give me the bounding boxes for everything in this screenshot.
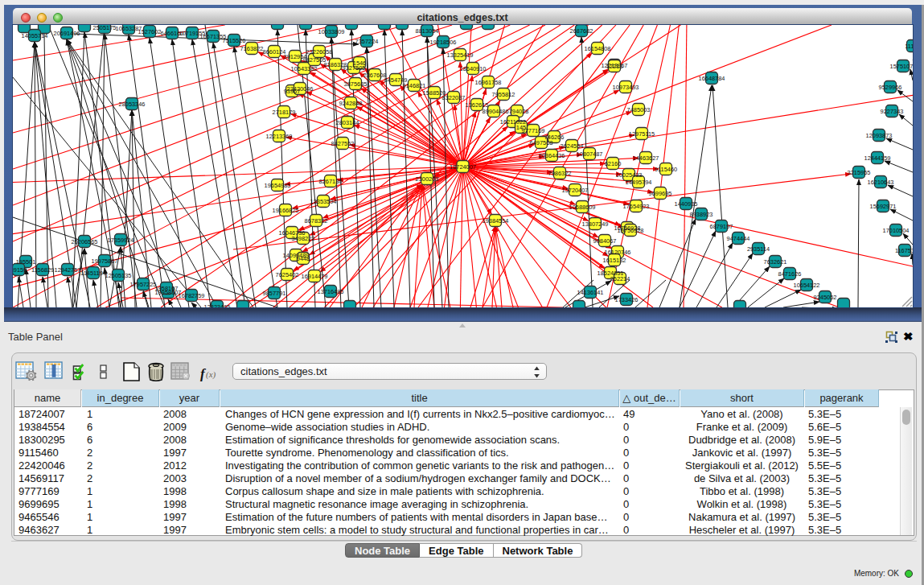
svg-text:6497568: 6497568 [530,139,553,146]
svg-text:15692971: 15692971 [870,203,897,210]
svg-text:9777169: 9777169 [522,127,545,134]
svg-text:12942757: 12942757 [55,266,81,274]
svg-text:9115460: 9115460 [655,166,677,173]
svg-text:3912954: 3912954 [284,53,307,60]
svg-text:19975867: 19975867 [92,257,118,265]
svg-text:16782759: 16782759 [179,292,205,299]
svg-text:9857791: 9857791 [263,290,286,297]
svg-text:9699695: 9699695 [649,190,672,197]
svg-text:20206565: 20206565 [72,238,98,245]
svg-text:12213: 12213 [606,63,623,70]
svg-text:7485003: 7485003 [627,106,651,113]
svg-text:1546: 1546 [353,60,366,67]
svg-text:17359924: 17359924 [108,237,134,244]
svg-text:12823465: 12823465 [204,303,231,308]
svg-text:23420046: 23420046 [287,85,314,93]
svg-text:8660124: 8660124 [263,48,286,56]
svg-text:116753: 116753 [895,247,913,254]
svg-text:6794028: 6794028 [506,108,529,115]
svg-text:62160: 62160 [605,160,622,167]
svg-text:8938923: 8938923 [690,211,713,218]
svg-text:9245052: 9245052 [814,294,837,301]
svg-text:9448: 9448 [297,255,310,262]
svg-text:252214: 252214 [610,275,630,282]
svg-text:3215955: 3215955 [848,169,871,176]
svg-text:(x): (x) [206,369,216,380]
svg-text:15751074: 15751074 [890,63,913,70]
svg-text:11451194: 11451194 [80,270,106,277]
svg-text:10033809: 10033809 [318,28,345,35]
svg-text:1527602: 1527602 [138,28,162,35]
svg-text:12093873: 12093873 [866,132,893,139]
svg-text:7163822: 7163822 [240,45,264,52]
svg-text:9242848: 9242848 [339,100,363,107]
svg-text:10688609: 10688609 [569,204,596,211]
svg-text:17010504: 17010504 [883,227,910,234]
svg-text:10025433: 10025433 [616,171,643,179]
svg-text:195501: 195501 [16,258,36,266]
svg-text:12353594: 12353594 [310,198,337,205]
svg-text:1733426: 1733426 [615,296,639,303]
svg-text:12444159: 12444159 [864,154,891,162]
svg-text:19756928: 19756928 [618,227,644,234]
svg-text:2687682: 2687682 [570,27,593,35]
svg-text:16961758: 16961758 [475,79,502,86]
svg-text:8471626: 8471626 [778,270,802,278]
svg-text:16914479: 16914479 [302,273,328,280]
svg-text:7632621: 7632621 [764,258,787,266]
svg-text:16154808: 16154808 [585,45,611,52]
svg-text:19166825: 19166825 [273,207,299,214]
svg-text:10973493: 10973493 [613,84,639,91]
svg-text:16120746: 16120746 [605,249,631,256]
svg-text:8990448: 8990448 [483,108,506,115]
svg-text:13807249: 13807249 [582,220,609,228]
svg-text:3498222: 3498222 [292,235,315,242]
svg-text:12975115: 12975115 [629,130,655,138]
svg-text:2803144: 2803144 [336,119,359,126]
svg-text:8678332: 8678332 [305,217,328,225]
svg-text:10654122: 10654122 [794,282,820,289]
svg-text:2505175: 2505175 [93,25,117,31]
svg-text:14495794: 14495794 [626,179,652,186]
svg-text:28053346: 28053346 [119,101,146,108]
svg-text:13716485: 13716485 [318,288,344,295]
svg-text:8427552: 8427552 [331,140,355,147]
svg-text:8813054: 8813054 [416,27,439,35]
svg-text:9227343: 9227343 [881,108,904,115]
svg-text:12213369: 12213369 [266,133,293,140]
svg-text:1440935: 1440935 [675,200,698,208]
svg-text:9529966: 9529966 [879,84,902,91]
svg-text:3624554: 3624554 [561,142,584,150]
svg-text:3875685: 3875685 [344,80,368,88]
svg-text:15720407: 15720407 [562,187,589,194]
svg-text:14463627: 14463627 [633,154,659,162]
svg-text:19654985: 19654985 [265,182,291,189]
svg-text:9474444: 9474444 [727,235,750,242]
svg-text:8267130: 8267130 [319,178,343,185]
svg-text:2300203: 2300203 [416,175,439,183]
svg-text:8322037: 8322037 [442,94,466,101]
svg-text:9084067: 9084067 [593,237,617,245]
svg-text:10543382: 10543382 [291,65,318,72]
svg-text:6879197: 6879197 [710,223,733,230]
svg-text:13325419: 13325419 [447,51,474,59]
svg-text:1615132: 1615132 [603,257,626,264]
svg-text:2718179: 2718179 [273,109,296,116]
svg-text:1958107: 1958107 [155,285,179,292]
svg-text:18640910: 18640910 [460,65,487,72]
svg-text:12505135: 12505135 [105,272,132,279]
svg-text:39159: 39159 [13,266,27,274]
svg-text:2935114: 2935114 [747,245,770,253]
svg-text:16210643: 16210643 [868,179,894,186]
svg-text:19384554: 19384554 [483,217,509,225]
svg-text:23226058: 23226058 [306,48,333,56]
svg-text:14055714: 14055714 [22,32,48,39]
svg-text:7625402: 7625402 [276,271,299,278]
svg-text:20691406: 20691406 [54,30,80,37]
svg-text:10807487: 10807487 [577,150,603,158]
svg-text:2367608: 2367608 [363,72,387,79]
svg-text:11125: 11125 [905,43,913,50]
svg-text:17957225: 17957225 [130,281,157,288]
svg-text:14136141: 14136141 [577,289,604,296]
svg-text:18724007: 18724007 [450,163,476,171]
